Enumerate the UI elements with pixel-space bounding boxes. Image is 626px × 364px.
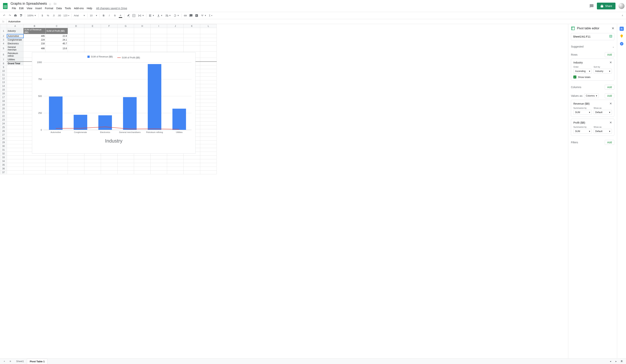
fill-color-icon[interactable] xyxy=(126,13,131,18)
col-header-D[interactable]: D xyxy=(68,24,84,28)
cell[interactable] xyxy=(7,80,24,84)
halign-select[interactable]: ▼ xyxy=(148,13,156,18)
row-header[interactable]: 2 xyxy=(0,34,7,38)
col-header-H[interactable]: H xyxy=(134,24,151,28)
order-select[interactable]: Ascending▾ xyxy=(573,69,592,74)
menu-view[interactable]: View xyxy=(25,6,34,10)
cell[interactable] xyxy=(7,92,24,96)
cell[interactable] xyxy=(46,156,68,159)
row-header[interactable]: 37 xyxy=(0,170,7,174)
undo-icon[interactable]: ↶ xyxy=(1,13,7,18)
cell[interactable] xyxy=(151,156,167,159)
cell[interactable]: SUM of Profit ($B) xyxy=(46,28,68,34)
cell[interactable] xyxy=(167,34,184,38)
cell[interactable] xyxy=(68,42,84,45)
remove-value-icon[interactable]: ✕ xyxy=(609,121,612,124)
cell[interactable] xyxy=(151,42,167,45)
doc-title[interactable]: Graphs in Spreadsheets xyxy=(10,2,47,6)
row-header[interactable]: 24 xyxy=(0,122,7,126)
row-header[interactable]: 9 xyxy=(0,65,7,69)
cell[interactable] xyxy=(7,156,24,159)
comments-icon[interactable] xyxy=(589,4,594,8)
cell[interactable] xyxy=(101,38,117,42)
sheets-logo[interactable] xyxy=(1,2,9,10)
cell[interactable] xyxy=(151,170,167,174)
cell[interactable] xyxy=(101,159,117,163)
cell[interactable] xyxy=(117,38,134,42)
col-header-C[interactable]: C xyxy=(46,24,68,28)
cell[interactable] xyxy=(200,144,217,148)
remove-value-icon[interactable]: ✕ xyxy=(609,102,612,105)
cell[interactable] xyxy=(84,167,101,170)
row-header[interactable]: 21 xyxy=(0,110,7,114)
cell[interactable] xyxy=(200,80,217,84)
cell[interactable] xyxy=(7,167,24,170)
cell[interactable] xyxy=(7,126,24,129)
calendar-icon[interactable]: 31 xyxy=(620,27,624,31)
cell[interactable] xyxy=(46,159,68,163)
row-header[interactable]: 29 xyxy=(0,140,7,144)
cell[interactable] xyxy=(200,148,217,152)
row-header[interactable]: 31 xyxy=(0,148,7,152)
menu-help[interactable]: Help xyxy=(85,6,94,10)
save-status[interactable]: All changes saved in Drive xyxy=(96,7,127,10)
cell[interactable] xyxy=(167,42,184,45)
cell[interactable] xyxy=(134,167,151,170)
cell[interactable] xyxy=(101,45,117,52)
add-rows-button[interactable]: Add xyxy=(605,52,614,57)
font-select[interactable]: Arial▼ xyxy=(73,13,86,18)
row-header[interactable]: 7 xyxy=(0,58,7,62)
strikethrough-icon[interactable]: S xyxy=(112,13,117,18)
cell[interactable] xyxy=(200,28,217,34)
pivot-range-input[interactable] xyxy=(571,33,614,40)
summarize-select[interactable]: SUM▾ xyxy=(573,129,592,134)
close-icon[interactable]: ✕ xyxy=(612,26,614,31)
row-header[interactable]: 35 xyxy=(0,163,7,167)
cell[interactable] xyxy=(7,152,24,156)
cell[interactable] xyxy=(68,156,84,159)
cell[interactable] xyxy=(7,69,24,73)
cell[interactable] xyxy=(7,159,24,163)
cell[interactable] xyxy=(117,170,134,174)
cell[interactable] xyxy=(7,144,24,148)
row-header[interactable]: 5 xyxy=(0,45,7,52)
star-icon[interactable]: ☆ xyxy=(48,2,52,5)
cell[interactable] xyxy=(117,156,134,159)
cell[interactable] xyxy=(84,45,101,52)
cell[interactable] xyxy=(84,38,101,42)
col-header-L[interactable]: L xyxy=(200,24,217,28)
row-header[interactable]: 32 xyxy=(0,152,7,156)
cell[interactable] xyxy=(7,84,24,88)
cell[interactable] xyxy=(200,99,217,103)
borders-icon[interactable] xyxy=(131,13,136,18)
row-header[interactable]: 14 xyxy=(0,84,7,88)
cell[interactable] xyxy=(184,34,200,38)
menu-file[interactable]: File xyxy=(10,6,17,10)
cell[interactable] xyxy=(200,170,217,174)
cell[interactable] xyxy=(200,92,217,96)
cell[interactable]: Industry xyxy=(7,28,24,34)
cell[interactable] xyxy=(184,159,200,163)
tab-sheet1[interactable]: Sheet1 xyxy=(13,359,27,364)
toolbar-collapse-icon[interactable]: ᐱ xyxy=(622,15,623,17)
cell[interactable] xyxy=(167,159,184,163)
cell[interactable]: 486 xyxy=(24,45,46,52)
chart-container[interactable]: SUM of Revenue ($B) SUM of Profit ($B) 0… xyxy=(32,52,196,154)
redo-icon[interactable]: ↷ xyxy=(7,13,12,18)
menu-data[interactable]: Data xyxy=(55,6,63,10)
tasks-icon[interactable] xyxy=(620,42,624,46)
cell[interactable] xyxy=(184,167,200,170)
col-header-G[interactable]: G xyxy=(117,24,134,28)
col-header-B[interactable]: B xyxy=(24,24,46,28)
filter-select[interactable]: ▼ xyxy=(200,13,207,18)
cell[interactable] xyxy=(24,159,46,163)
row-header[interactable]: 8 xyxy=(0,62,7,65)
cell[interactable] xyxy=(117,159,134,163)
cell[interactable] xyxy=(134,159,151,163)
cell[interactable] xyxy=(68,170,84,174)
scroll-left-icon[interactable]: ◂ xyxy=(608,359,613,364)
cell[interactable] xyxy=(101,156,117,159)
row-header[interactable]: 20 xyxy=(0,107,7,110)
row-header[interactable]: 27 xyxy=(0,133,7,137)
cell[interactable] xyxy=(7,163,24,167)
